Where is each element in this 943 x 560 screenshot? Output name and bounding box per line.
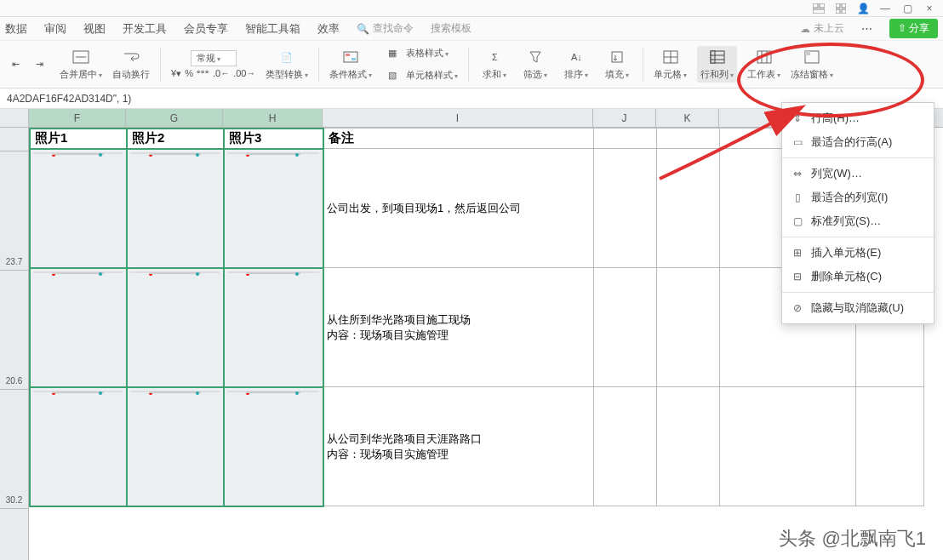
layout-icon[interactable] <box>812 2 826 15</box>
number-format[interactable]: 常规 ¥▾ % ᵒᵒᵒ .0← .00→ <box>171 50 255 79</box>
share-icon: ⇧ <box>898 22 909 34</box>
autowrap-label: 自动换行 <box>112 68 150 81</box>
note-r1[interactable]: 公司出发，到项目现场1，然后返回公司 <box>323 149 594 268</box>
merge-icon <box>71 48 91 66</box>
row-head-2[interactable]: 23.7 <box>0 151 28 271</box>
thumb-r1-c3[interactable] <box>224 149 323 268</box>
menu-review[interactable]: 审阅 <box>44 21 66 37</box>
indent-right-icon[interactable]: ⇥ <box>29 55 49 74</box>
col-K[interactable]: K <box>656 109 719 127</box>
row-head-4[interactable]: 30.2 <box>0 390 28 509</box>
header-note[interactable]: 备注 <box>323 129 594 149</box>
svg-rect-5 <box>836 9 840 14</box>
rowcol-button[interactable]: 行和列 <box>697 46 737 83</box>
share-button[interactable]: ⇧ 分享 <box>889 19 938 38</box>
fill-button[interactable]: 填充 <box>602 48 632 81</box>
style-group[interactable]: ▦表格样式 ▧单元格样式 <box>382 44 458 85</box>
menu-vip[interactable]: 会员专享 <box>184 21 228 37</box>
header-photo1[interactable]: 照片1 <box>30 129 127 149</box>
cloud-status[interactable]: ☁ 未上云 <box>800 21 844 36</box>
maximize-icon[interactable]: ▢ <box>900 2 914 15</box>
cell-J2[interactable] <box>594 149 657 268</box>
thumb-r2-c3[interactable] <box>224 268 323 387</box>
minimize-icon[interactable]: — <box>878 2 892 15</box>
fill-icon <box>607 48 627 66</box>
col-F[interactable]: F <box>29 109 126 127</box>
cell-L4[interactable] <box>720 387 856 506</box>
percent-button[interactable]: % <box>185 68 193 78</box>
wrap-icon <box>121 48 141 66</box>
filter-button[interactable]: 筛选 <box>520 48 551 81</box>
menu-hide[interactable]: ⊘ 隐藏与取消隐藏(U) <box>782 296 934 320</box>
autowrap-button[interactable]: 自动换行 <box>112 48 150 81</box>
user-icon[interactable]: 👤 <box>856 2 870 15</box>
sum-label: 求和 <box>483 68 506 81</box>
menu-view[interactable]: 视图 <box>83 21 106 37</box>
thumb-r3-c2[interactable] <box>127 387 224 506</box>
thumb-r2-c2[interactable] <box>127 268 224 387</box>
typeconv-icon: 📄 <box>277 48 297 66</box>
cell-button[interactable]: 单元格 <box>654 48 687 81</box>
cell-M4[interactable] <box>856 387 924 506</box>
indent-left-icon[interactable]: ⇤ <box>5 55 26 74</box>
cell-K1[interactable] <box>657 129 720 149</box>
cell-label: 单元格 <box>654 68 687 81</box>
menu-dev[interactable]: 开发工具 <box>123 21 167 37</box>
cell-K4[interactable] <box>657 387 720 506</box>
rowcol-icon <box>707 48 728 66</box>
cell-K3[interactable] <box>657 268 720 387</box>
condfmt-label: 条件格式 <box>329 68 372 81</box>
header-photo2[interactable]: 照片2 <box>127 129 224 149</box>
svg-rect-9 <box>344 52 357 62</box>
cell-J1[interactable] <box>594 129 657 149</box>
indent-tools[interactable]: ⇤ ⇥ <box>5 55 49 74</box>
menu-insert-cell[interactable]: ⊞ 插入单元格(E) <box>782 241 934 265</box>
sum-button[interactable]: Σ 求和 <box>479 48 510 81</box>
menu-autofit-row[interactable]: ▭ 最适合的行高(A) <box>782 130 934 154</box>
note-r2[interactable]: 从住所到华光路项目施工现场 内容：现场项目实施管理 <box>323 268 594 387</box>
thumb-r3-c3[interactable] <box>224 387 323 506</box>
freeze-button[interactable]: 冻结窗格 <box>791 48 833 81</box>
header-photo3[interactable]: 照片3 <box>224 129 323 149</box>
sort-button[interactable]: A↓ 排序 <box>561 48 592 81</box>
col-G[interactable]: G <box>126 109 223 127</box>
command-search[interactable]: 🔍 查找命令 <box>357 21 414 36</box>
cell-J4[interactable] <box>594 387 657 506</box>
menu-autofit-col[interactable]: ▯ 最适合的列宽(I) <box>782 186 934 209</box>
currency-icon[interactable]: ¥▾ <box>171 68 181 79</box>
thousands-icon[interactable]: ᵒᵒᵒ <box>197 68 209 79</box>
thumb-r2-c1[interactable] <box>30 268 127 387</box>
menu-delete-cell[interactable]: ⊟ 删除单元格(C) <box>782 265 934 289</box>
worksheet-button[interactable]: 工作表 <box>747 48 780 81</box>
cell-J3[interactable] <box>594 268 657 387</box>
typeconv-button[interactable]: 📄 类型转换 <box>266 48 308 81</box>
thumb-r1-c2[interactable] <box>127 149 224 268</box>
row-head-3[interactable]: 20.6 <box>0 271 28 390</box>
menu-smart[interactable]: 智能工具箱 <box>245 21 300 37</box>
condfmt-button[interactable]: 条件格式 <box>329 48 372 81</box>
cloud-icon: ☁ <box>800 23 810 35</box>
template-search[interactable]: 搜索模板 <box>431 21 472 36</box>
formula-text: 4A2DAF16F42AD314D", 1) <box>7 93 131 105</box>
merge-button[interactable]: 合并居中 <box>60 48 102 81</box>
col-I[interactable]: I <box>323 109 593 127</box>
col-J[interactable]: J <box>593 109 656 127</box>
thumb-r1-c1[interactable] <box>30 149 127 268</box>
note-r3[interactable]: 从公司到华光路项目天涯路路口 内容：现场项目实施管理 <box>323 387 594 506</box>
dec-dec-icon[interactable]: .00→ <box>233 68 255 78</box>
cellstyle-label: 单元格样式 <box>406 69 458 82</box>
col-H[interactable]: H <box>223 109 323 127</box>
menu-col-width[interactable]: ⇔ 列宽(W)… <box>782 162 934 186</box>
menu-eff[interactable]: 效率 <box>317 21 340 37</box>
cell-K2[interactable] <box>657 149 720 268</box>
menu-row-height[interactable]: ⇕ 行高(H)… <box>782 106 934 130</box>
thumb-r3-c1[interactable] <box>30 387 127 506</box>
svg-rect-1 <box>820 3 825 8</box>
grid-icon[interactable] <box>834 2 848 15</box>
close-icon[interactable]: × <box>923 2 936 15</box>
dec-inc-icon[interactable]: .0← <box>213 68 230 78</box>
collab-icon[interactable]: ⋯ <box>861 22 872 35</box>
row-head-1[interactable] <box>0 128 28 151</box>
menu-std-width[interactable]: ▢ 标准列宽(S)… <box>782 209 934 233</box>
menu-data[interactable]: 数据 <box>5 21 27 37</box>
